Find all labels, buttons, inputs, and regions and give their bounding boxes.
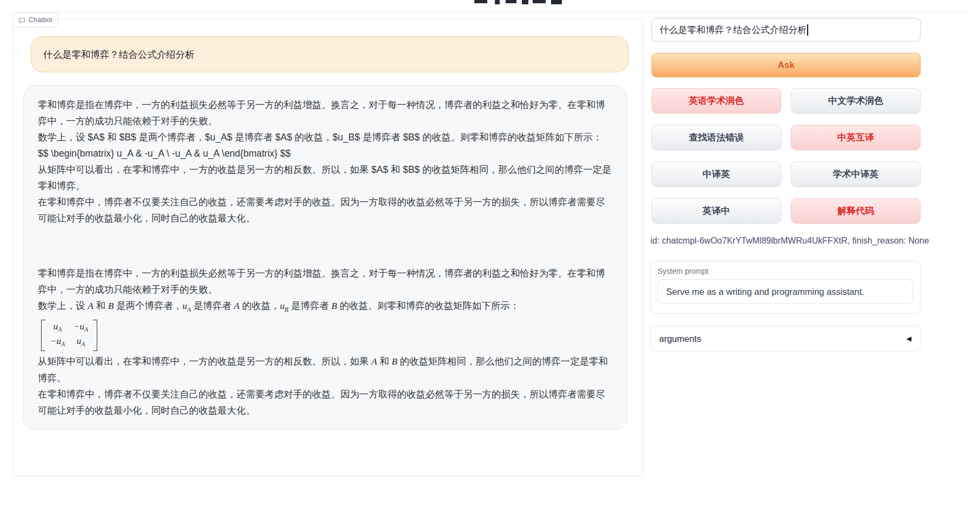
quick-button-academic-zh-to-en[interactable]: 学术中译英 [791,161,921,187]
arguments-accordion[interactable]: arguments ◀ [650,325,921,352]
rendered-paragraph-5: 在零和博弈中，博弈者不仅要关注自己的收益，还需要考虑对手的收益。因为一方取得的收… [38,386,613,419]
payoff-matrix: uA −uA −uA uA [41,320,97,351]
bot-message-rendered: 零和博弈是指在博弈中，一方的利益损失必然等于另一方的利益增益。换言之，对于每一种… [38,265,613,419]
bot-message-bubble: 零和博弈是指在博弈中，一方的利益损失必然等于另一方的利益增益。换言之，对于每一种… [23,85,627,430]
ask-button[interactable]: Ask [652,53,921,77]
quick-button-zh-to-en[interactable]: 中译英 [652,161,781,187]
arguments-accordion-label: arguments [659,334,701,344]
math-var: A [234,301,239,311]
question-input-value: 什么是零和博弈？结合公式介绍分析 [660,24,807,36]
matrix-cell: uA [73,335,88,350]
question-input[interactable]: 什么是零和博弈？结合公式介绍分析 [652,18,921,42]
text-run: 和 [377,356,392,367]
user-message-bubble: 什么是零和博弈？结合公式介绍分析 [31,36,629,72]
matrix-left-bracket [41,320,45,351]
math-var: B [108,301,113,311]
text-run: 是两个博弈者， [113,300,182,311]
math-subscript: B [285,306,288,313]
quick-button-explain-code[interactable]: 解释代码 [791,198,921,224]
system-prompt-value: Serve me as a writing and programming as… [666,287,864,297]
matrix-cell: uA [50,321,65,335]
math-var: A [88,301,93,311]
matrix-cell: −uA [73,321,88,335]
quick-buttons-grid: 英语学术润色 中文学术润色 查找语法错误 中英互译 中译英 学术中译英 英译中 … [652,88,921,224]
math-var: B [332,301,337,311]
matrix-right-bracket [93,320,97,351]
app-root: Chatbot 什么是零和博弈？结合公式介绍分析 零和博弈是指在博弈中，一方的利… [0,0,980,519]
status-line: id: chatcmpl-6wOo7KrYTwMl89lbrMWRu4UkFFX… [650,236,953,246]
quick-button-english-academic-polish[interactable]: 英语学术润色 [652,88,781,113]
text-run: 是博弈者 [288,300,332,311]
text-run: 的收益， [239,300,280,311]
system-prompt-card: System prompt Serve me as a writing and … [650,261,921,314]
text-run: 的收益。则零和博弈的收益矩阵如下所示： [337,300,519,311]
text-run: 从矩阵中可以看出，在零和博弈中，一方的收益是另一方的相反数。所以，如果 [38,356,371,367]
chat-bubble-icon [18,17,25,24]
page-title-clipped [474,0,566,5]
quick-button-en-to-zh[interactable]: 英译中 [652,198,781,224]
matrix-cells: uA −uA −uA uA [45,320,93,351]
quick-button-zh-en-mutual-translate[interactable]: 中英互译 [791,125,921,150]
user-message-text: 什么是零和博弈？结合公式介绍分析 [43,48,194,61]
rendered-math-sentence: 数学上，设 A 和 B 是两个博弈者，uA 是博弈者 A 的收益，uB 是博弈者… [38,298,613,318]
message-gap [38,226,613,265]
collapse-arrow-icon: ◀ [907,335,911,342]
math-var: u [280,301,285,311]
text-run: 和 [93,300,108,311]
text-run: 是博弈者 [191,300,234,311]
bot-message-raw-text: 零和博弈是指在博弈中，一方的利益损失必然等于另一方的利益增益。换言之，对于每一种… [38,97,613,226]
math-var: B [392,356,397,367]
chatbot-panel: Chatbot 什么是零和博弈？结合公式介绍分析 零和博弈是指在博弈中，一方的利… [12,19,643,476]
math-var: A [371,356,377,367]
rendered-paragraph-1: 零和博弈是指在博弈中，一方的利益损失必然等于另一方的利益增益。换言之，对于每一种… [38,265,613,298]
matrix-cell: −uA [50,335,65,350]
system-prompt-label: System prompt [657,267,913,275]
chatbot-label-text: Chatbot [29,16,52,24]
rendered-paragraph-4: 从矩阵中可以看出，在零和博弈中，一方的收益是另一方的相反数。所以，如果 A 和 … [38,353,613,386]
system-prompt-input[interactable]: Serve me as a writing and programming as… [657,279,913,304]
chatbot-label: Chatbot [12,12,58,28]
quick-button-find-grammar-errors[interactable]: 查找语法错误 [652,125,781,150]
text-run: 数学上，设 [38,300,88,311]
text-caret [807,24,808,36]
control-column: 什么是零和博弈？结合公式介绍分析 Ask 英语学术润色 中文学术润色 查找语法错… [652,0,921,519]
quick-button-chinese-academic-polish[interactable]: 中文学术润色 [791,88,921,113]
math-var: u [183,301,187,311]
